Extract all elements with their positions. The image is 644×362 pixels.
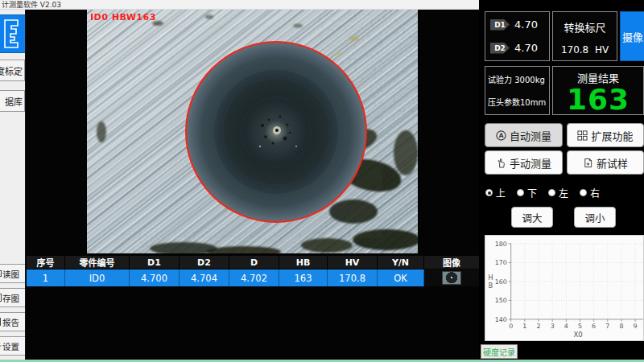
diameter-readout-box: D1 4.70 D2 4.70 [485, 11, 550, 61]
save-image-label: 存图 [2, 292, 19, 304]
conversion-scale-box: 转换标尺 170.8 HV [552, 11, 617, 61]
auto-measure-button[interactable]: A 自动测量 [485, 123, 563, 147]
d1-badge: D1 [490, 19, 510, 31]
x-tick-4: 4 [564, 323, 568, 330]
direction-left-label: 左 [559, 186, 568, 200]
d2-value: 4.70 [514, 42, 538, 54]
direction-down-label: 下 [527, 186, 537, 200]
save-image-button[interactable]: 存图 [0, 288, 26, 307]
d1-value: 4.70 [514, 19, 538, 31]
x-tick-2: 2 [536, 323, 540, 330]
auto-measure-label: 自动测量 [510, 128, 551, 143]
col-header-hv: HV [328, 256, 378, 269]
direction-radio-left[interactable]: 左 [548, 186, 568, 200]
result-box: 测量结果 163 [552, 66, 644, 115]
test-parameters-box: 试验力 3000kg 压头参数10mm [485, 66, 550, 115]
hardness-trend-chart: 180 170 160 150 140 0 1 2 3 4 5 6 7 8 9 [485, 235, 644, 341]
table-header-row: 序号 零件编号 D1 D2 D HB HV Y/N 图像 [27, 256, 479, 269]
test-force-label: 试验力 3000kg [488, 73, 547, 85]
sidebar: 度标定 据库 读图 存图 报告 设置 [0, 10, 26, 360]
x-tick-5: 5 [578, 323, 582, 330]
direction-radio-up[interactable]: 上 [485, 186, 506, 200]
cell-hv: 170.8 [328, 269, 378, 286]
table-row[interactable]: 1 ID0 4.700 4.704 4.702 163 170.8 OK [27, 269, 479, 286]
y-tick-170: 170 [495, 259, 507, 266]
d2-readout: D2 4.70 [490, 42, 544, 54]
increase-button[interactable]: 调大 [511, 207, 553, 228]
settings-label: 设置 [2, 340, 19, 352]
d2-badge: D2 [490, 43, 510, 54]
svg-text:A: A [499, 132, 504, 139]
col-header-yn: Y/N [378, 256, 424, 269]
x-tick-3: 3 [551, 323, 555, 330]
open-image-icon [0, 269, 2, 278]
chart-y-axis-label: HB [487, 274, 494, 290]
cell-part-id: ID0 [65, 269, 130, 286]
direction-radio-right[interactable]: 右 [580, 186, 600, 200]
col-header-d: D [229, 256, 279, 269]
x-tick-7: 7 [605, 323, 609, 330]
radio-left-circle [548, 189, 555, 196]
chart-x-axis-label: X0 [562, 331, 594, 339]
radio-up-circle [485, 189, 493, 196]
row-image-thumbnail[interactable] [442, 271, 461, 285]
new-sample-button[interactable]: 新试样 [567, 150, 644, 175]
settings-icon [0, 342, 2, 350]
report-button[interactable]: 报告 [0, 312, 26, 331]
new-sample-label: 新试样 [597, 155, 628, 171]
direction-radio-group: 上 下 左 右 [485, 186, 644, 200]
extended-functions-label: 扩展功能 [591, 128, 633, 143]
application-window: 计测量软件 V2.03 度标定 据库 读图 存图 报告 设置 [0, 0, 644, 362]
sidebar-item-database[interactable]: 据库 [0, 90, 25, 112]
read-image-label: 读图 [2, 268, 19, 280]
hardness-record-button[interactable]: 硬度记录 [481, 344, 518, 359]
control-panel: D1 4.70 D2 4.70 转换标尺 170.8 HV 摄像 试验力 300… [479, 0, 644, 362]
x-tick-9: 9 [634, 323, 638, 330]
direction-radio-down[interactable]: 下 [517, 186, 537, 200]
cell-d: 4.702 [229, 269, 279, 286]
results-table: 序号 零件编号 D1 D2 D HB HV Y/N 图像 1 ID0 4.700… [27, 256, 479, 286]
y-tick-180: 180 [495, 241, 507, 248]
hardness-tester-icon [2, 18, 23, 50]
logo-button[interactable] [0, 14, 26, 53]
y-tick-140: 140 [495, 316, 507, 323]
y-tick-160: 160 [495, 278, 507, 286]
decrease-button[interactable]: 调小 [574, 207, 616, 228]
x-tick-0: 0 [509, 323, 513, 330]
grid-icon [577, 130, 588, 141]
report-label: 报告 [2, 316, 19, 328]
cell-index: 1 [27, 269, 65, 286]
cell-d2: 4.704 [180, 269, 229, 286]
camera-button[interactable]: 摄像 [620, 11, 644, 61]
settings-button[interactable]: 设置 [0, 336, 26, 356]
result-value: 163 [553, 85, 643, 114]
extended-functions-button[interactable]: 扩展功能 [567, 123, 644, 147]
chart-canvas: 180 170 160 150 140 0 1 2 3 4 5 6 7 8 9 [485, 236, 643, 341]
auto-icon: A [496, 130, 506, 141]
col-header-hb: HB [279, 256, 328, 269]
title-bar: 计测量软件 V2.03 [0, 0, 479, 10]
indenter-label: 压头参数10mm [488, 96, 547, 108]
d1-readout: D1 4.70 [490, 19, 544, 31]
direction-right-label: 右 [590, 186, 600, 200]
y-tick-150: 150 [495, 297, 507, 304]
cell-d1: 4.700 [130, 269, 180, 286]
specimen-photo[interactable]: ID0 HBW163 [87, 10, 418, 253]
x-tick-1: 1 [522, 323, 526, 330]
sidebar-item-calibration[interactable]: 度标定 [0, 60, 25, 81]
radio-right-circle [580, 189, 587, 196]
hand-icon [496, 158, 506, 168]
indentation-image [87, 10, 418, 253]
manual-measure-button[interactable]: 手动测量 [485, 150, 563, 175]
x-tick-8: 8 [619, 323, 623, 330]
col-header-index: 序号 [27, 256, 65, 269]
read-image-button[interactable]: 读图 [0, 264, 26, 283]
radio-down-circle [517, 189, 524, 196]
specimen-overlay-label: ID0 HBW163 [90, 12, 156, 23]
scale-unit: HV [595, 44, 609, 56]
cell-image [424, 269, 479, 286]
col-header-d1: D1 [130, 256, 180, 269]
cell-hb: 163 [279, 269, 328, 286]
x-tick-6: 6 [592, 323, 596, 330]
report-icon [0, 318, 2, 326]
